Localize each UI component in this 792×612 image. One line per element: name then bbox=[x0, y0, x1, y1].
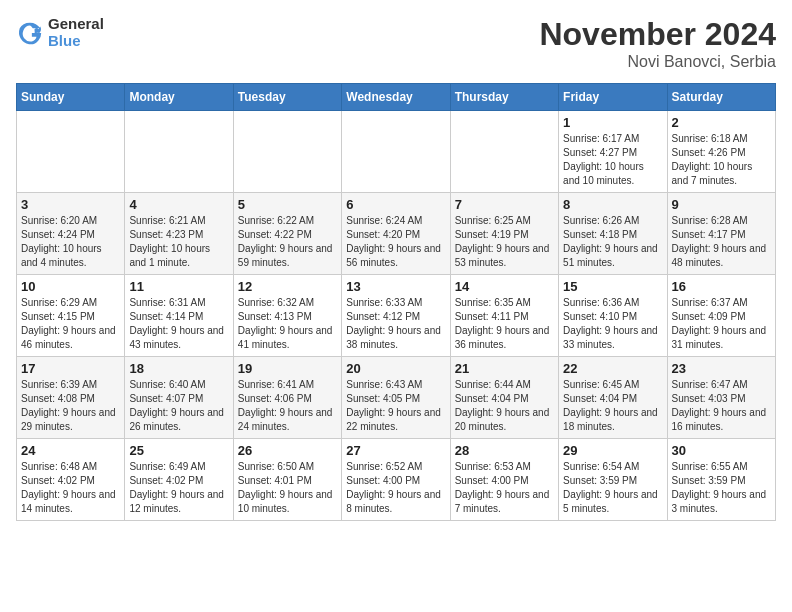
calendar-cell: 4Sunrise: 6:21 AM Sunset: 4:23 PM Daylig… bbox=[125, 193, 233, 275]
calendar-cell: 14Sunrise: 6:35 AM Sunset: 4:11 PM Dayli… bbox=[450, 275, 558, 357]
day-info: Sunrise: 6:20 AM Sunset: 4:24 PM Dayligh… bbox=[21, 214, 120, 270]
calendar-cell: 29Sunrise: 6:54 AM Sunset: 3:59 PM Dayli… bbox=[559, 439, 667, 521]
calendar-cell: 12Sunrise: 6:32 AM Sunset: 4:13 PM Dayli… bbox=[233, 275, 341, 357]
calendar-cell: 26Sunrise: 6:50 AM Sunset: 4:01 PM Dayli… bbox=[233, 439, 341, 521]
day-info: Sunrise: 6:36 AM Sunset: 4:10 PM Dayligh… bbox=[563, 296, 662, 352]
calendar-week-3: 10Sunrise: 6:29 AM Sunset: 4:15 PM Dayli… bbox=[17, 275, 776, 357]
calendar-cell: 2Sunrise: 6:18 AM Sunset: 4:26 PM Daylig… bbox=[667, 111, 775, 193]
calendar-cell: 30Sunrise: 6:55 AM Sunset: 3:59 PM Dayli… bbox=[667, 439, 775, 521]
day-number: 20 bbox=[346, 361, 445, 376]
day-number: 8 bbox=[563, 197, 662, 212]
calendar-week-1: 1Sunrise: 6:17 AM Sunset: 4:27 PM Daylig… bbox=[17, 111, 776, 193]
day-info: Sunrise: 6:17 AM Sunset: 4:27 PM Dayligh… bbox=[563, 132, 662, 188]
location: Novi Banovci, Serbia bbox=[539, 53, 776, 71]
calendar-week-5: 24Sunrise: 6:48 AM Sunset: 4:02 PM Dayli… bbox=[17, 439, 776, 521]
day-info: Sunrise: 6:21 AM Sunset: 4:23 PM Dayligh… bbox=[129, 214, 228, 270]
calendar-cell: 21Sunrise: 6:44 AM Sunset: 4:04 PM Dayli… bbox=[450, 357, 558, 439]
calendar-cell: 20Sunrise: 6:43 AM Sunset: 4:05 PM Dayli… bbox=[342, 357, 450, 439]
calendar-cell: 19Sunrise: 6:41 AM Sunset: 4:06 PM Dayli… bbox=[233, 357, 341, 439]
calendar-cell: 8Sunrise: 6:26 AM Sunset: 4:18 PM Daylig… bbox=[559, 193, 667, 275]
calendar-cell: 15Sunrise: 6:36 AM Sunset: 4:10 PM Dayli… bbox=[559, 275, 667, 357]
day-info: Sunrise: 6:25 AM Sunset: 4:19 PM Dayligh… bbox=[455, 214, 554, 270]
day-number: 22 bbox=[563, 361, 662, 376]
calendar-cell: 24Sunrise: 6:48 AM Sunset: 4:02 PM Dayli… bbox=[17, 439, 125, 521]
day-info: Sunrise: 6:35 AM Sunset: 4:11 PM Dayligh… bbox=[455, 296, 554, 352]
day-number: 29 bbox=[563, 443, 662, 458]
day-info: Sunrise: 6:49 AM Sunset: 4:02 PM Dayligh… bbox=[129, 460, 228, 516]
day-number: 19 bbox=[238, 361, 337, 376]
logo-general: General bbox=[48, 16, 104, 33]
day-number: 4 bbox=[129, 197, 228, 212]
day-number: 13 bbox=[346, 279, 445, 294]
calendar-cell: 13Sunrise: 6:33 AM Sunset: 4:12 PM Dayli… bbox=[342, 275, 450, 357]
day-info: Sunrise: 6:24 AM Sunset: 4:20 PM Dayligh… bbox=[346, 214, 445, 270]
weekday-header-saturday: Saturday bbox=[667, 84, 775, 111]
day-number: 11 bbox=[129, 279, 228, 294]
calendar-header-row: SundayMondayTuesdayWednesdayThursdayFrid… bbox=[17, 84, 776, 111]
day-info: Sunrise: 6:54 AM Sunset: 3:59 PM Dayligh… bbox=[563, 460, 662, 516]
calendar-cell bbox=[125, 111, 233, 193]
calendar-cell: 17Sunrise: 6:39 AM Sunset: 4:08 PM Dayli… bbox=[17, 357, 125, 439]
day-info: Sunrise: 6:26 AM Sunset: 4:18 PM Dayligh… bbox=[563, 214, 662, 270]
calendar-cell bbox=[233, 111, 341, 193]
calendar-cell: 27Sunrise: 6:52 AM Sunset: 4:00 PM Dayli… bbox=[342, 439, 450, 521]
day-number: 18 bbox=[129, 361, 228, 376]
calendar-cell: 10Sunrise: 6:29 AM Sunset: 4:15 PM Dayli… bbox=[17, 275, 125, 357]
logo-blue: Blue bbox=[48, 33, 104, 50]
day-number: 23 bbox=[672, 361, 771, 376]
day-number: 27 bbox=[346, 443, 445, 458]
calendar-cell: 28Sunrise: 6:53 AM Sunset: 4:00 PM Dayli… bbox=[450, 439, 558, 521]
calendar-cell: 9Sunrise: 6:28 AM Sunset: 4:17 PM Daylig… bbox=[667, 193, 775, 275]
title-section: November 2024 Novi Banovci, Serbia bbox=[539, 16, 776, 71]
weekday-header-tuesday: Tuesday bbox=[233, 84, 341, 111]
calendar-cell: 5Sunrise: 6:22 AM Sunset: 4:22 PM Daylig… bbox=[233, 193, 341, 275]
day-number: 3 bbox=[21, 197, 120, 212]
day-info: Sunrise: 6:37 AM Sunset: 4:09 PM Dayligh… bbox=[672, 296, 771, 352]
day-number: 25 bbox=[129, 443, 228, 458]
day-info: Sunrise: 6:45 AM Sunset: 4:04 PM Dayligh… bbox=[563, 378, 662, 434]
day-info: Sunrise: 6:44 AM Sunset: 4:04 PM Dayligh… bbox=[455, 378, 554, 434]
calendar-cell: 6Sunrise: 6:24 AM Sunset: 4:20 PM Daylig… bbox=[342, 193, 450, 275]
day-info: Sunrise: 6:50 AM Sunset: 4:01 PM Dayligh… bbox=[238, 460, 337, 516]
day-number: 12 bbox=[238, 279, 337, 294]
calendar-cell: 11Sunrise: 6:31 AM Sunset: 4:14 PM Dayli… bbox=[125, 275, 233, 357]
day-number: 24 bbox=[21, 443, 120, 458]
calendar-cell bbox=[17, 111, 125, 193]
day-info: Sunrise: 6:39 AM Sunset: 4:08 PM Dayligh… bbox=[21, 378, 120, 434]
calendar-week-2: 3Sunrise: 6:20 AM Sunset: 4:24 PM Daylig… bbox=[17, 193, 776, 275]
calendar-table: SundayMondayTuesdayWednesdayThursdayFrid… bbox=[16, 83, 776, 521]
day-info: Sunrise: 6:47 AM Sunset: 4:03 PM Dayligh… bbox=[672, 378, 771, 434]
weekday-header-monday: Monday bbox=[125, 84, 233, 111]
day-number: 2 bbox=[672, 115, 771, 130]
calendar-cell: 3Sunrise: 6:20 AM Sunset: 4:24 PM Daylig… bbox=[17, 193, 125, 275]
calendar-cell: 25Sunrise: 6:49 AM Sunset: 4:02 PM Dayli… bbox=[125, 439, 233, 521]
day-number: 9 bbox=[672, 197, 771, 212]
day-info: Sunrise: 6:48 AM Sunset: 4:02 PM Dayligh… bbox=[21, 460, 120, 516]
calendar-cell: 16Sunrise: 6:37 AM Sunset: 4:09 PM Dayli… bbox=[667, 275, 775, 357]
calendar-cell: 1Sunrise: 6:17 AM Sunset: 4:27 PM Daylig… bbox=[559, 111, 667, 193]
day-number: 14 bbox=[455, 279, 554, 294]
day-info: Sunrise: 6:52 AM Sunset: 4:00 PM Dayligh… bbox=[346, 460, 445, 516]
day-number: 21 bbox=[455, 361, 554, 376]
day-info: Sunrise: 6:31 AM Sunset: 4:14 PM Dayligh… bbox=[129, 296, 228, 352]
day-info: Sunrise: 6:28 AM Sunset: 4:17 PM Dayligh… bbox=[672, 214, 771, 270]
day-info: Sunrise: 6:18 AM Sunset: 4:26 PM Dayligh… bbox=[672, 132, 771, 188]
weekday-header-wednesday: Wednesday bbox=[342, 84, 450, 111]
day-info: Sunrise: 6:29 AM Sunset: 4:15 PM Dayligh… bbox=[21, 296, 120, 352]
day-number: 17 bbox=[21, 361, 120, 376]
day-number: 5 bbox=[238, 197, 337, 212]
day-info: Sunrise: 6:32 AM Sunset: 4:13 PM Dayligh… bbox=[238, 296, 337, 352]
day-info: Sunrise: 6:43 AM Sunset: 4:05 PM Dayligh… bbox=[346, 378, 445, 434]
calendar-cell bbox=[342, 111, 450, 193]
weekday-header-friday: Friday bbox=[559, 84, 667, 111]
weekday-header-sunday: Sunday bbox=[17, 84, 125, 111]
day-number: 10 bbox=[21, 279, 120, 294]
month-title: November 2024 bbox=[539, 16, 776, 53]
day-number: 1 bbox=[563, 115, 662, 130]
calendar-cell: 22Sunrise: 6:45 AM Sunset: 4:04 PM Dayli… bbox=[559, 357, 667, 439]
day-info: Sunrise: 6:33 AM Sunset: 4:12 PM Dayligh… bbox=[346, 296, 445, 352]
day-info: Sunrise: 6:53 AM Sunset: 4:00 PM Dayligh… bbox=[455, 460, 554, 516]
day-number: 30 bbox=[672, 443, 771, 458]
calendar-cell: 18Sunrise: 6:40 AM Sunset: 4:07 PM Dayli… bbox=[125, 357, 233, 439]
day-number: 7 bbox=[455, 197, 554, 212]
